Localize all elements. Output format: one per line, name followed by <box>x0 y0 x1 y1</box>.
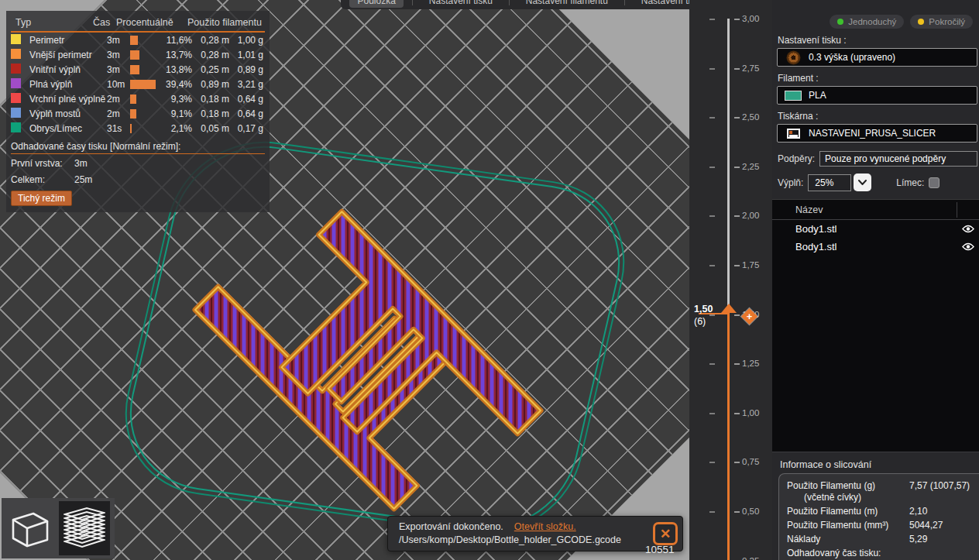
layer-tick: 2,50 <box>689 112 772 123</box>
info-row-label: Použito Filamentu (mm³) <box>787 520 909 531</box>
info-row-label: Odhadovaný čas tisku: <box>787 548 909 559</box>
info-row-value <box>909 548 974 559</box>
legend-header-used: Použito filamentu <box>187 17 262 28</box>
simple-mode-dot-icon <box>837 19 843 25</box>
export-toast: Exportování dokončeno.Otevřít složku. /U… <box>387 516 683 551</box>
gcode-move-count: 10551 <box>645 544 675 555</box>
legend-row-weight: 0,17 g <box>229 123 263 134</box>
filament-role-swatch <box>11 93 21 103</box>
legend-row-time: 3m <box>107 64 130 75</box>
infill-select[interactable]: 25% <box>808 174 851 191</box>
filament-role-swatch <box>11 122 21 132</box>
current-layer-index: (6) <box>694 316 706 327</box>
legend-row-percent: 13,8% <box>161 64 192 75</box>
legend-row-percent: 9,3% <box>161 94 192 105</box>
brim-checkbox[interactable] <box>929 177 939 188</box>
info-row-sublabel: (včetně cívky) <box>787 492 909 503</box>
current-layer-height: 1,50 <box>694 304 713 314</box>
object-name-header: Název <box>772 204 823 215</box>
filament-role-swatch <box>11 34 21 44</box>
close-icon: ✕ <box>660 526 671 542</box>
tab-filament-settings[interactable]: Nastavení filamentu <box>518 0 616 8</box>
total-time-value: 25m <box>74 174 92 185</box>
info-row-label: Použito Filamentu (m) <box>787 506 909 517</box>
printer-combo[interactable]: NASTAVENI_PRUSA_SLICER <box>777 124 977 143</box>
legend-row: Obrys/Límec 31s 2,1% 0,05 m 0,17 g <box>11 121 265 136</box>
filament-color-swatch <box>785 91 802 101</box>
legend-row-length: 0,28 m <box>192 50 229 60</box>
layer-tick: 0,25 <box>689 556 772 560</box>
printer-label: Tiskárna : <box>772 105 979 124</box>
legend-row-label: Vnitřní výplň <box>29 64 107 75</box>
layer-tick: 2,25 <box>689 162 772 173</box>
legend-row-weight: 0,64 g <box>229 94 263 105</box>
tab-print-settings[interactable]: Nastavení tisku <box>421 0 500 8</box>
info-row-label: Náklady <box>787 534 909 545</box>
tab-plater[interactable]: Podložka <box>349 0 403 8</box>
legend-row-length: 0,18 m <box>192 94 229 105</box>
exported-file-path: /Users/komp/Desktop/Bottle_holder_GCODE.… <box>399 534 653 547</box>
layer-tick: 1,00 <box>689 408 772 419</box>
object-list-item[interactable]: Body1.stl <box>772 220 979 238</box>
preview-viewport[interactable]: Typ Čas Procentuálně Použito filamentu P… <box>0 0 689 560</box>
legend-row-percent: 11,6% <box>161 35 192 46</box>
legend-row: Vnější perimetr 3m 13,7% 0,28 m 1,01 g <box>11 47 265 62</box>
legend-header-type: Typ <box>15 17 93 28</box>
legend-row: Vrchní plné výplně 2m 9,3% 0,18 m 0,64 g <box>11 91 265 106</box>
legend-header-percent: Procentuálně <box>116 17 183 28</box>
layer-slider-track-lower[interactable] <box>727 311 730 560</box>
legend-row-label: Výplň mostů <box>29 108 107 119</box>
editor-view-button[interactable] <box>5 501 56 555</box>
legend-rows: Perimetr 3m 11,6% 0,28 m 1,00 g Vnější p… <box>11 33 265 136</box>
legend-row-length: 0,18 m <box>192 108 229 119</box>
add-color-change-button[interactable]: + <box>741 308 757 325</box>
legend-row: Vnitřní výplň 3m 13,8% 0,25 m 0,89 g <box>11 62 265 77</box>
legend-row-percent: 13,7% <box>161 50 192 60</box>
mode-advanced-button[interactable]: Pokročilý <box>910 15 973 29</box>
legend-row-percent: 9,1% <box>161 108 192 119</box>
info-row-value: 7,57 (1007,57) <box>909 480 974 503</box>
sliced-info-row: Náklady 5,29 <box>787 534 974 545</box>
layer-tick-value: 1,75 <box>742 260 759 270</box>
preview-view-button[interactable] <box>59 501 110 555</box>
printer-icon <box>787 129 800 139</box>
legend-row-time: 3m <box>107 35 130 46</box>
sliced-info-title: Informace o slicování <box>772 452 979 473</box>
settings-tabbar: Podložka Nastavení tisku Nastavení filam… <box>341 0 734 9</box>
layer-tick-value: 2,25 <box>742 162 759 171</box>
mode-simple-button[interactable]: Jednoduchý <box>830 15 904 29</box>
legend-row-length: 0,25 m <box>192 64 229 75</box>
filament-role-swatch <box>11 64 21 74</box>
legend-row: Perimetr 3m 11,6% 0,28 m 1,00 g <box>11 33 265 47</box>
sliced-info-row: Použito Filamentu (mm³) 5044,27 <box>787 520 974 531</box>
visibility-eye-icon[interactable] <box>957 225 979 233</box>
silent-mode-button[interactable]: Tichý režim <box>11 191 72 206</box>
legend-row-weight: 3,21 g <box>229 79 263 90</box>
legend-row-time: 3m <box>107 50 130 60</box>
layer-slider-handle[interactable] <box>721 304 737 313</box>
visibility-eye-icon[interactable] <box>957 242 979 251</box>
percent-bar <box>130 80 156 89</box>
open-folder-link[interactable]: Otevřít složku. <box>514 521 576 532</box>
printer-value: NASTAVENI_PRUSA_SLICER <box>809 128 936 139</box>
layer-tick: 3,00 <box>689 14 772 25</box>
layer-tick-value: 1,00 <box>742 408 759 417</box>
object-list-header: Název <box>772 200 979 220</box>
legend-row-label: Vnější perimetr <box>29 50 107 60</box>
filament-role-swatch <box>11 108 21 118</box>
first-layer-value: 3m <box>74 158 88 169</box>
layer-tick-value: 2,00 <box>742 211 759 220</box>
infill-dropdown-button[interactable] <box>854 173 871 191</box>
info-row-value: 2,10 <box>909 506 974 517</box>
total-time-label: Celkem: <box>11 174 74 185</box>
chevron-down-icon <box>858 180 867 185</box>
toast-close-button[interactable]: ✕ <box>653 522 678 545</box>
layer-tick-value: 2,50 <box>742 112 759 122</box>
legend-row-weight: 1,00 g <box>229 35 263 46</box>
filament-combo[interactable]: PLA <box>777 86 977 105</box>
print-settings-combo[interactable]: 0.3 výška (upraveno) <box>777 48 977 67</box>
supports-select[interactable]: Pouze pro vynucené podpěry <box>819 151 977 167</box>
layer-tick: 1,75 <box>689 260 772 271</box>
legend-row-label: Obrys/Límec <box>29 123 107 134</box>
object-list-item[interactable]: Body1.stl <box>772 238 979 256</box>
